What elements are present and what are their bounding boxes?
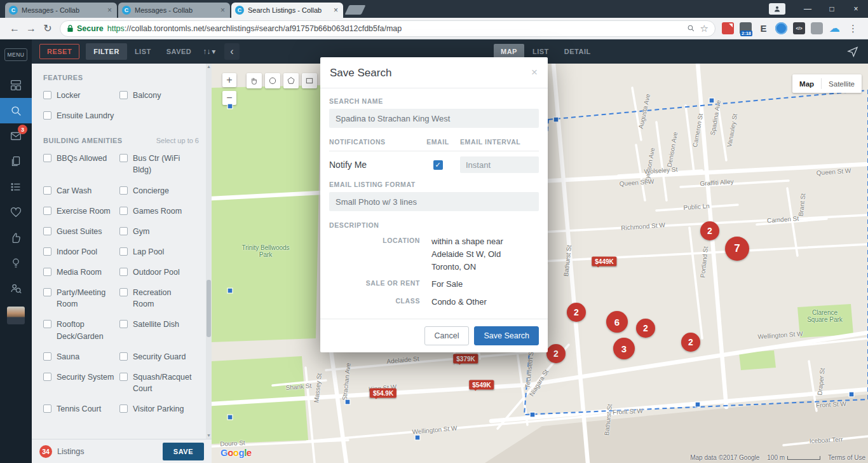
sidebar-item-search[interactable]	[0, 98, 32, 123]
checkbox[interactable]	[43, 352, 51, 361]
browser-profile-icon[interactable]	[769, 3, 785, 15]
checkbox[interactable]	[119, 320, 128, 328]
checkbox[interactable]	[119, 373, 128, 381]
save-search-button[interactable]: Save Search	[474, 326, 539, 345]
browser-tab[interactable]: CMessages - Collab×	[118, 3, 230, 18]
panel-scrollbar[interactable]: ▲ ▼	[206, 64, 212, 439]
sidebar-item-favourites[interactable]	[0, 200, 32, 225]
draw-rectangle-tool[interactable]	[302, 73, 317, 88]
filter-checkbox-item[interactable]: Indoor Pool	[43, 246, 119, 258]
filter-checkbox-item[interactable]: Tennis Court	[43, 403, 119, 415]
checkbox[interactable]	[119, 404, 128, 413]
back-button[interactable]: ←	[6, 20, 23, 37]
filter-checkbox-item[interactable]: Concierge	[119, 185, 196, 197]
sort-control[interactable]: ↑↓▾	[203, 47, 215, 56]
gray-extension-icon[interactable]	[811, 22, 823, 34]
filter-checkbox-item[interactable]: Security System	[43, 371, 119, 394]
sidebar-item-recommended[interactable]	[0, 225, 32, 251]
refresh-button[interactable]: ↻	[39, 20, 56, 37]
panel-tab-saved[interactable]: SAVED	[159, 43, 200, 60]
price-marker[interactable]: $449K	[592, 257, 616, 266]
tab-close-icon[interactable]: ×	[332, 6, 339, 15]
checkbox[interactable]	[119, 154, 128, 162]
checkbox[interactable]	[119, 352, 128, 361]
collapse-panel-button[interactable]: ‹	[224, 43, 240, 60]
checkbox[interactable]	[119, 268, 128, 276]
filter-checkbox-item[interactable]: Balcony	[119, 90, 196, 101]
pan-hand-tool[interactable]	[247, 73, 262, 88]
filter-checkbox-item[interactable]: Rooftop Deck/Garden	[43, 319, 119, 342]
filter-checkbox-item[interactable]: Locker	[43, 90, 119, 101]
checkbox[interactable]	[43, 268, 51, 276]
pdf-extension-icon[interactable]	[722, 22, 734, 34]
checkbox[interactable]	[119, 186, 128, 195]
checkbox[interactable]	[43, 207, 51, 215]
cloud-extension-icon[interactable]: ☁	[829, 22, 841, 34]
map-type-map[interactable]: Map	[792, 80, 821, 88]
minimize-button[interactable]: —	[796, 0, 820, 18]
draw-circle-tool[interactable]	[265, 73, 280, 88]
scroll-up-icon[interactable]: ▲	[206, 64, 212, 70]
filter-checkbox-item[interactable]: Recreation Room	[119, 287, 196, 310]
checkbox[interactable]	[43, 111, 51, 120]
terms-of-use-link[interactable]: Terms of Use	[828, 454, 865, 461]
map-type-satellite[interactable]: Satellite	[822, 80, 862, 88]
browser-tab[interactable]: CMessages - Collab×	[5, 3, 117, 18]
view-tab-detail[interactable]: DETAIL	[557, 44, 598, 59]
filter-checkbox-item[interactable]: Guest Suites	[43, 226, 119, 237]
filter-checkbox-item[interactable]: Squash/Racquet Court	[119, 371, 196, 394]
sidebar-item-agent-search[interactable]	[0, 276, 32, 301]
checkbox[interactable]	[43, 227, 51, 235]
cluster-marker[interactable]: 2	[636, 319, 655, 338]
cluster-marker[interactable]: 2	[567, 303, 586, 322]
menu-button[interactable]: MENU	[4, 48, 27, 61]
maximize-button[interactable]: □	[820, 0, 844, 18]
price-marker[interactable]: $54.9K	[370, 389, 397, 398]
browser-tab[interactable]: CSearch Listings - Collab×	[231, 3, 343, 18]
filter-checkbox-item[interactable]: Party/Meeting Room	[43, 287, 119, 310]
cluster-marker[interactable]: 3	[613, 338, 635, 359]
address-bar[interactable]: Secure https://collab.torontomls.net/sea…	[60, 20, 715, 37]
filter-checkbox-item[interactable]: BBQs Allowed	[43, 153, 119, 176]
tab-close-icon[interactable]: ×	[106, 6, 113, 15]
sidebar-item-documents[interactable]	[0, 149, 32, 174]
zoom-in-button[interactable]: +	[222, 73, 236, 87]
screencast-extension-icon[interactable]: 2:18	[740, 22, 752, 34]
forward-button[interactable]: →	[23, 20, 39, 37]
draw-polygon-tool[interactable]	[283, 73, 299, 88]
tab-close-icon[interactable]: ×	[219, 6, 226, 15]
zoom-out-button[interactable]: −	[222, 91, 236, 105]
price-marker[interactable]: $549K	[469, 380, 494, 390]
checkbox[interactable]	[43, 154, 51, 162]
filter-checkbox-item[interactable]: Gym	[119, 226, 196, 237]
panel-tab-filter[interactable]: FILTER	[86, 43, 127, 60]
filter-checkbox-item[interactable]: Exercise Room	[43, 205, 119, 217]
filter-checkbox-item[interactable]: Bus Ctr (WiFi Bldg)	[119, 153, 196, 176]
filter-checkbox-item[interactable]: Sauna	[43, 351, 119, 363]
email-interval-select[interactable]: Instant	[460, 156, 539, 173]
checkbox[interactable]	[119, 227, 128, 235]
google-logo[interactable]: Google	[220, 447, 252, 458]
checkbox[interactable]	[43, 373, 51, 381]
code-extension-icon[interactable]: </>	[793, 22, 805, 34]
globe-extension-icon[interactable]	[775, 22, 787, 34]
bookmark-star-icon[interactable]: ☆	[700, 23, 709, 34]
filter-checkbox-item[interactable]: Satellite Dish	[119, 319, 196, 342]
sidebar-item-messages[interactable]: 3	[0, 123, 32, 149]
cluster-marker[interactable]: 6	[606, 311, 628, 333]
sidebar-item-dashboard[interactable]	[0, 73, 32, 98]
filter-checkbox-item[interactable]: Lap Pool	[119, 246, 196, 258]
reset-button[interactable]: RESET	[39, 44, 79, 59]
checkbox[interactable]	[43, 404, 51, 413]
checkbox[interactable]	[43, 186, 51, 195]
checkbox[interactable]	[43, 91, 51, 99]
email-format-input[interactable]	[329, 192, 539, 211]
filter-checkbox-item[interactable]: Outdoor Pool	[119, 266, 196, 278]
e-extension-icon[interactable]: E	[757, 22, 770, 34]
panel-tab-list[interactable]: LIST	[127, 43, 159, 60]
filter-checkbox-item[interactable]: Car Wash	[43, 185, 119, 197]
email-checkbox[interactable]: ✓	[433, 160, 443, 170]
filter-checkbox-item[interactable]: Games Room	[119, 205, 196, 217]
checkbox[interactable]	[43, 288, 51, 296]
new-tab-button[interactable]	[345, 5, 366, 15]
